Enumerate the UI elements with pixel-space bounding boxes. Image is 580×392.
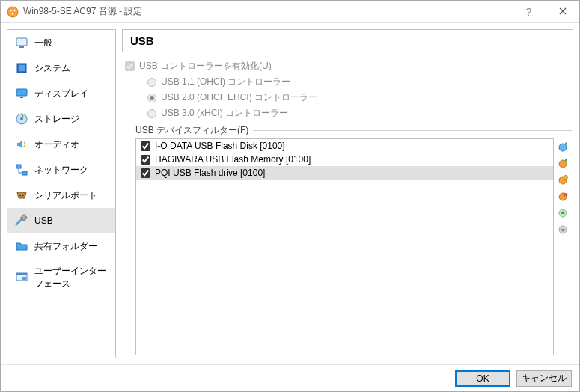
remove-filter-button[interactable] [557, 191, 569, 203]
edit-filter-button[interactable] [557, 174, 569, 186]
device-filter-list[interactable]: I-O DATA USB Flash Disk [0100] HAGIWARA … [135, 138, 554, 355]
sidebar-item-ui[interactable]: ユーザーインターフェース [7, 259, 115, 296]
svg-rect-7 [19, 65, 25, 71]
divider [253, 130, 572, 131]
radio-usb20[interactable]: USB 2.0 (OHCI+EHCI) コントローラー [147, 91, 572, 104]
ok-button[interactable]: OK [455, 370, 510, 387]
general-icon [15, 36, 28, 49]
sidebar-item-audio[interactable]: オーディオ [7, 132, 115, 157]
enable-usb-checkbox[interactable] [125, 61, 135, 71]
svg-rect-12 [16, 165, 21, 168]
svg-point-0 [7, 7, 18, 17]
radio-icon [147, 78, 156, 87]
add-from-device-button[interactable] [557, 158, 569, 170]
svg-point-15 [22, 195, 24, 196]
sidebar-item-label: USB [34, 215, 53, 226]
dialog-footer: OK キャンセル [1, 364, 579, 391]
add-empty-filter-button[interactable] [557, 141, 569, 153]
radio-label: USB 2.0 (OHCI+EHCI) コントローラー [161, 91, 317, 104]
system-icon [15, 61, 28, 75]
ok-label: OK [476, 373, 489, 384]
svg-point-14 [19, 195, 21, 196]
usb-icon [15, 214, 28, 227]
sidebar-item-label: シリアルポート [34, 189, 97, 202]
radio-label: USB 3.0 (xHCI) コントローラー [161, 107, 288, 120]
sidebar-item-network[interactable]: ネットワーク [7, 157, 115, 183]
svg-rect-5 [19, 46, 24, 48]
device-label: HAGIWARA USB Flash Memory [0100] [155, 154, 311, 165]
svg-point-2 [13, 9, 15, 10]
device-row[interactable]: I-O DATA USB Flash Disk [0100] [136, 139, 553, 153]
sidebar-item-label: 共有フォルダー [34, 240, 97, 253]
sidebar-item-label: ディスプレイ [34, 88, 88, 100]
svg-rect-8 [16, 89, 27, 96]
svg-point-20 [559, 144, 567, 151]
sidebar-item-label: ストレージ [34, 113, 79, 126]
svg-rect-13 [22, 171, 27, 175]
svg-rect-9 [20, 97, 23, 98]
storage-icon [15, 112, 28, 126]
sidebar-item-shared[interactable]: 共有フォルダー [7, 233, 115, 259]
svg-point-21 [559, 160, 567, 168]
sidebar-item-system[interactable]: システム [7, 55, 115, 81]
radio-icon [147, 109, 156, 118]
svg-point-1 [10, 9, 11, 10]
enable-usb-checkbox-row: USB コントローラーを有効化(U) [123, 60, 572, 73]
device-filter-label: USB デバイスフィルター(F) [135, 124, 248, 137]
device-checkbox[interactable] [141, 168, 150, 178]
sidebar-item-label: 一般 [34, 37, 52, 49]
network-icon [15, 163, 28, 177]
device-filter-label-row: USB デバイスフィルター(F) [123, 124, 572, 137]
device-label: I-O DATA USB Flash Disk [0100] [155, 141, 285, 151]
display-icon [15, 87, 28, 100]
usb-controller-radio-group: USB 1.1 (OHCI) コントローラー USB 2.0 (OHCI+EHC… [123, 76, 572, 120]
sidebar-item-serial[interactable]: シリアルポート [7, 183, 115, 208]
svg-point-11 [20, 117, 23, 120]
window-title: Win98-5-SE AC97 音源 - 設定 [23, 5, 512, 18]
radio-icon [147, 94, 156, 102]
close-icon [559, 7, 567, 17]
sidebar-item-label: システム [34, 62, 70, 75]
folder-icon [15, 239, 28, 253]
device-row[interactable]: PQI USB Flash drive [0100] [136, 166, 553, 180]
ui-icon [15, 271, 28, 284]
sidebar-item-label: ユーザーインターフェース [34, 265, 108, 290]
cancel-button[interactable]: キャンセル [516, 370, 572, 387]
cancel-label: キャンセル [522, 372, 567, 385]
sidebar-item-label: ネットワーク [34, 164, 88, 177]
sidebar-item-label: オーディオ [34, 138, 79, 151]
svg-rect-19 [22, 277, 26, 280]
device-label: PQI USB Flash drive [0100] [155, 168, 265, 178]
radio-usb30[interactable]: USB 3.0 (xHCI) コントローラー [147, 107, 572, 120]
close-button[interactable] [546, 1, 579, 22]
settings-sidebar: 一般 システム ディスプレイ ストレージ オーディオ ネットワーク シリアルポー… [7, 29, 116, 358]
move-down-button[interactable] [557, 224, 569, 236]
svg-rect-4 [16, 38, 27, 46]
help-icon: ? [526, 6, 532, 18]
svg-rect-18 [16, 273, 27, 275]
device-toolbar [554, 138, 572, 355]
device-checkbox[interactable] [141, 141, 150, 151]
svg-point-3 [12, 13, 13, 14]
sidebar-item-display[interactable]: ディスプレイ [7, 81, 115, 106]
title-bar: Win98-5-SE AC97 音源 - 設定 ? [1, 1, 579, 23]
sidebar-item-storage[interactable]: ストレージ [7, 106, 115, 132]
radio-label: USB 1.1 (OHCI) コントローラー [161, 76, 290, 88]
device-checkbox[interactable] [141, 155, 150, 165]
serial-icon [15, 189, 28, 202]
device-row[interactable]: HAGIWARA USB Flash Memory [0100] [136, 153, 553, 166]
audio-icon [15, 138, 28, 151]
radio-usb11[interactable]: USB 1.1 (OHCI) コントローラー [147, 76, 572, 88]
help-button[interactable]: ? [512, 1, 546, 22]
move-up-button[interactable] [557, 207, 569, 219]
settings-main: USB USB コントローラーを有効化(U) USB 1.1 (OHCI) コン… [122, 29, 573, 358]
app-icon [7, 6, 19, 18]
sidebar-item-general[interactable]: 一般 [7, 30, 115, 55]
section-title: USB [122, 29, 573, 52]
sidebar-item-usb[interactable]: USB [7, 208, 115, 233]
enable-usb-label: USB コントローラーを有効化(U) [139, 60, 272, 73]
svg-point-23 [564, 176, 568, 180]
